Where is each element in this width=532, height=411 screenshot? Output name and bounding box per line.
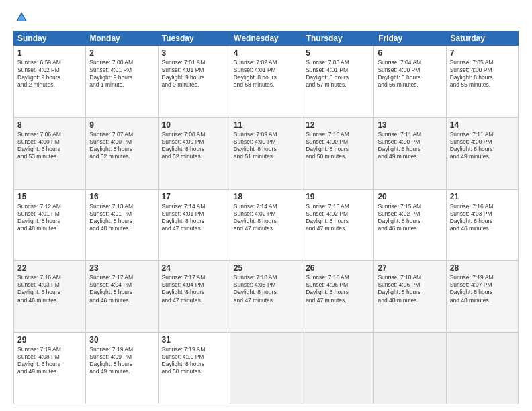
logo-icon <box>15 11 28 24</box>
day-cell-14: 14Sunrise: 7:11 AMSunset: 4:00 PMDayligh… <box>447 118 519 189</box>
day-info: Sunrise: 7:01 AMSunset: 4:01 PMDaylight:… <box>162 59 226 89</box>
day-info: Sunrise: 7:15 AMSunset: 4:02 PMDaylight:… <box>306 203 370 232</box>
empty-cell <box>302 333 374 404</box>
day-cell-20: 20Sunrise: 7:15 AMSunset: 4:02 PMDayligh… <box>374 190 446 261</box>
day-info: Sunrise: 7:19 AMSunset: 4:08 PMDaylight:… <box>17 346 82 375</box>
day-info: Sunrise: 6:59 AMSunset: 4:02 PMDaylight:… <box>17 59 82 89</box>
day-cell-31: 31Sunrise: 7:19 AMSunset: 4:10 PMDayligh… <box>159 333 230 404</box>
day-info: Sunrise: 7:17 AMSunset: 4:04 PMDaylight:… <box>162 274 226 304</box>
calendar-body: 1Sunrise: 6:59 AMSunset: 4:02 PMDaylight… <box>13 46 519 404</box>
day-cell-15: 15Sunrise: 7:12 AMSunset: 4:01 PMDayligh… <box>14 190 86 261</box>
day-number: 20 <box>378 192 442 201</box>
week-row-3: 15Sunrise: 7:12 AMSunset: 4:01 PMDayligh… <box>13 189 519 261</box>
day-cell-24: 24Sunrise: 7:17 AMSunset: 4:04 PMDayligh… <box>159 261 230 332</box>
day-info: Sunrise: 7:18 AMSunset: 4:06 PMDaylight:… <box>306 274 370 304</box>
day-number: 23 <box>89 263 154 273</box>
empty-cell <box>230 333 302 404</box>
day-cell-9: 9Sunrise: 7:07 AMSunset: 4:00 PMDaylight… <box>86 118 158 189</box>
day-info: Sunrise: 7:18 AMSunset: 4:05 PMDaylight:… <box>234 274 298 304</box>
day-info: Sunrise: 7:12 AMSunset: 4:01 PMDaylight:… <box>17 203 82 232</box>
day-info: Sunrise: 7:04 AMSunset: 4:00 PMDaylight:… <box>378 59 442 89</box>
day-number: 21 <box>450 192 515 201</box>
day-number: 5 <box>306 48 370 58</box>
day-cell-17: 17Sunrise: 7:14 AMSunset: 4:01 PMDayligh… <box>159 190 230 261</box>
day-info: Sunrise: 7:00 AMSunset: 4:01 PMDaylight:… <box>89 59 154 89</box>
week-row-1: 1Sunrise: 6:59 AMSunset: 4:02 PMDaylight… <box>13 46 519 118</box>
day-number: 30 <box>89 335 154 345</box>
day-cell-10: 10Sunrise: 7:08 AMSunset: 4:00 PMDayligh… <box>159 118 230 189</box>
day-cell-12: 12Sunrise: 7:10 AMSunset: 4:00 PMDayligh… <box>302 118 374 189</box>
day-cell-22: 22Sunrise: 7:16 AMSunset: 4:03 PMDayligh… <box>14 261 86 332</box>
day-info: Sunrise: 7:19 AMSunset: 4:10 PMDaylight:… <box>162 346 226 375</box>
week-row-5: 29Sunrise: 7:19 AMSunset: 4:08 PMDayligh… <box>13 332 519 404</box>
day-cell-2: 2Sunrise: 7:00 AMSunset: 4:01 PMDaylight… <box>86 46 158 118</box>
day-info: Sunrise: 7:08 AMSunset: 4:00 PMDaylight:… <box>162 131 226 161</box>
day-number: 28 <box>450 263 515 273</box>
day-number: 24 <box>162 263 226 273</box>
day-info: Sunrise: 7:16 AMSunset: 4:03 PMDaylight:… <box>450 203 515 232</box>
day-info: Sunrise: 7:05 AMSunset: 4:00 PMDaylight:… <box>450 59 515 89</box>
header-day-wednesday: Wednesday <box>230 31 302 46</box>
day-number: 12 <box>306 120 370 130</box>
day-number: 15 <box>17 192 82 201</box>
day-cell-5: 5Sunrise: 7:03 AMSunset: 4:01 PMDaylight… <box>302 46 374 118</box>
day-info: Sunrise: 7:11 AMSunset: 4:00 PMDaylight:… <box>378 131 442 161</box>
day-info: Sunrise: 7:14 AMSunset: 4:01 PMDaylight:… <box>162 203 226 232</box>
day-info: Sunrise: 7:13 AMSunset: 4:01 PMDaylight:… <box>89 203 154 232</box>
day-cell-13: 13Sunrise: 7:11 AMSunset: 4:00 PMDayligh… <box>374 118 446 189</box>
day-number: 27 <box>378 263 442 273</box>
calendar: SundayMondayTuesdayWednesdayThursdayFrid… <box>13 31 519 404</box>
empty-cell <box>374 333 446 404</box>
day-number: 7 <box>450 48 515 58</box>
day-cell-16: 16Sunrise: 7:13 AMSunset: 4:01 PMDayligh… <box>86 190 158 261</box>
day-cell-3: 3Sunrise: 7:01 AMSunset: 4:01 PMDaylight… <box>159 46 230 118</box>
day-info: Sunrise: 7:17 AMSunset: 4:04 PMDaylight:… <box>89 274 154 304</box>
day-info: Sunrise: 7:19 AMSunset: 4:07 PMDaylight:… <box>450 274 515 304</box>
day-number: 17 <box>162 192 226 201</box>
day-number: 14 <box>450 120 515 130</box>
day-number: 2 <box>89 48 154 58</box>
day-cell-11: 11Sunrise: 7:09 AMSunset: 4:00 PMDayligh… <box>230 118 302 189</box>
day-cell-6: 6Sunrise: 7:04 AMSunset: 4:00 PMDaylight… <box>374 46 446 118</box>
day-info: Sunrise: 7:07 AMSunset: 4:00 PMDaylight:… <box>89 131 154 161</box>
day-info: Sunrise: 7:14 AMSunset: 4:02 PMDaylight:… <box>234 203 298 232</box>
day-info: Sunrise: 7:11 AMSunset: 4:00 PMDaylight:… <box>450 131 515 161</box>
day-number: 25 <box>234 263 298 273</box>
day-cell-18: 18Sunrise: 7:14 AMSunset: 4:02 PMDayligh… <box>230 190 302 261</box>
header-day-sunday: Sunday <box>13 31 85 46</box>
day-cell-8: 8Sunrise: 7:06 AMSunset: 4:00 PMDaylight… <box>14 118 86 189</box>
day-cell-25: 25Sunrise: 7:18 AMSunset: 4:05 PMDayligh… <box>230 261 302 332</box>
day-number: 19 <box>306 192 370 201</box>
day-info: Sunrise: 7:06 AMSunset: 4:00 PMDaylight:… <box>17 131 82 161</box>
day-cell-29: 29Sunrise: 7:19 AMSunset: 4:08 PMDayligh… <box>14 333 86 404</box>
day-number: 22 <box>17 263 82 273</box>
day-number: 9 <box>89 120 154 130</box>
day-info: Sunrise: 7:15 AMSunset: 4:02 PMDaylight:… <box>378 203 442 232</box>
day-info: Sunrise: 7:03 AMSunset: 4:01 PMDaylight:… <box>306 59 370 89</box>
day-info: Sunrise: 7:19 AMSunset: 4:09 PMDaylight:… <box>89 346 154 375</box>
day-number: 3 <box>162 48 226 58</box>
day-number: 18 <box>234 192 298 201</box>
day-number: 31 <box>162 335 226 345</box>
day-number: 11 <box>234 120 298 130</box>
day-cell-28: 28Sunrise: 7:19 AMSunset: 4:07 PMDayligh… <box>447 261 519 332</box>
day-cell-4: 4Sunrise: 7:02 AMSunset: 4:01 PMDaylight… <box>230 46 302 118</box>
day-info: Sunrise: 7:18 AMSunset: 4:06 PMDaylight:… <box>378 274 442 304</box>
header-day-monday: Monday <box>85 31 157 46</box>
day-number: 16 <box>89 192 154 201</box>
header-day-tuesday: Tuesday <box>158 31 230 46</box>
header-day-saturday: Saturday <box>447 31 519 46</box>
day-cell-23: 23Sunrise: 7:17 AMSunset: 4:04 PMDayligh… <box>86 261 158 332</box>
day-number: 13 <box>378 120 442 130</box>
week-row-4: 22Sunrise: 7:16 AMSunset: 4:03 PMDayligh… <box>13 261 519 332</box>
day-info: Sunrise: 7:02 AMSunset: 4:01 PMDaylight:… <box>234 59 298 89</box>
day-number: 8 <box>17 120 82 130</box>
header-day-thursday: Thursday <box>302 31 374 46</box>
day-cell-21: 21Sunrise: 7:16 AMSunset: 4:03 PMDayligh… <box>447 190 519 261</box>
empty-cell <box>447 333 519 404</box>
header <box>13 11 519 24</box>
day-number: 29 <box>17 335 82 345</box>
week-row-2: 8Sunrise: 7:06 AMSunset: 4:00 PMDaylight… <box>13 118 519 189</box>
logo <box>13 11 28 24</box>
day-cell-27: 27Sunrise: 7:18 AMSunset: 4:06 PMDayligh… <box>374 261 446 332</box>
